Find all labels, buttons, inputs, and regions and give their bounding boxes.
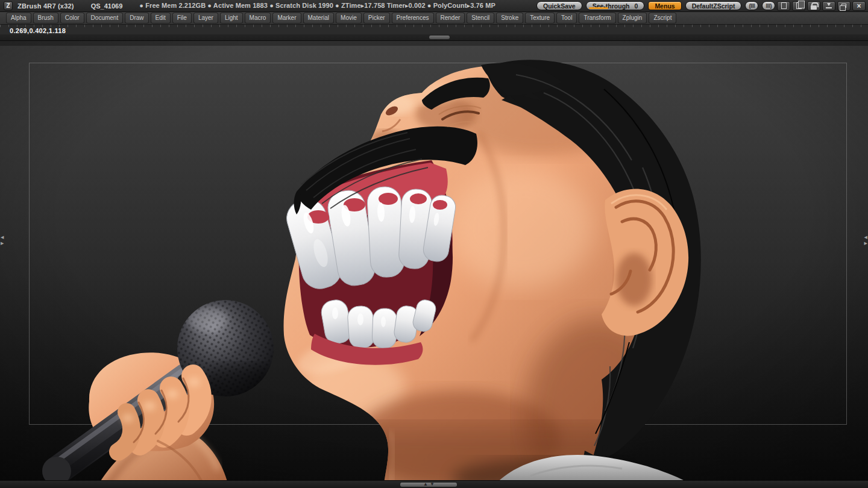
duplicate-document-button[interactable]: [792, 1, 805, 11]
panel-scroll-left-button[interactable]: (‖‖: [745, 1, 758, 10]
panel-scroll-right-button[interactable]: ‖‖): [762, 1, 775, 10]
menu-item-draw[interactable]: Draw: [125, 13, 148, 23]
menu-item-document[interactable]: Document: [86, 13, 124, 23]
minimize-icon: [826, 3, 832, 8]
menu-item-movie[interactable]: Movie: [336, 13, 362, 23]
menu-item-layer[interactable]: Layer: [193, 13, 218, 23]
menu-item-macro[interactable]: Macro: [245, 13, 271, 23]
quicksave-button[interactable]: QuickSave: [536, 1, 582, 10]
scroll-up-icon[interactable]: ▲: [423, 481, 430, 487]
menu-item-stencil[interactable]: Stencil: [467, 13, 494, 23]
menu-item-color[interactable]: Color: [60, 13, 84, 23]
menu-item-preferences[interactable]: Preferences: [392, 13, 434, 23]
top-scrollbar[interactable]: [0, 34, 868, 41]
menu-item-brush[interactable]: Brush: [33, 13, 58, 23]
menubar: Alpha Brush Color Document Draw Edit Fil…: [0, 12, 868, 25]
see-through-progress: [589, 7, 609, 9]
nav-left-icon: ◀: [1, 235, 4, 239]
top-scrollbar-handle[interactable]: [429, 36, 450, 39]
default-zscript-button[interactable]: DefaultZScript: [685, 1, 742, 10]
menu-item-stroke[interactable]: Stroke: [496, 13, 523, 23]
menu-item-alpha[interactable]: Alpha: [6, 13, 31, 23]
menu-item-picker[interactable]: Picker: [363, 13, 390, 23]
menu-item-file[interactable]: File: [172, 13, 192, 23]
menu-item-material[interactable]: Material: [303, 13, 335, 23]
menus-button[interactable]: Menus: [648, 1, 681, 10]
scroll-down-icon[interactable]: ▼: [430, 481, 436, 487]
app-title: ZBrush 4R7 (x32): [17, 2, 74, 10]
menu-item-edit[interactable]: Edit: [151, 13, 171, 23]
lock-icon: [811, 5, 817, 10]
minimize-button[interactable]: [822, 1, 835, 11]
menu-item-marker[interactable]: Marker: [272, 13, 301, 23]
left-tray-toggle[interactable]: ◀ ▶: [1, 235, 4, 245]
see-through-slider[interactable]: See-through 0: [586, 1, 645, 10]
memory-stats: ● Free Mem 2.212GB ● Active Mem 1883 ● S…: [139, 2, 495, 10]
copy-document-button[interactable]: [777, 1, 790, 11]
see-through-value: 0: [635, 2, 638, 10]
menu-item-zplugin[interactable]: Zplugin: [618, 13, 647, 23]
document-icon: [781, 2, 787, 9]
document-name: QS_41069: [91, 2, 123, 10]
sculpt-viewport[interactable]: ◀ ▶ ◀ ▶ ▲▼: [0, 41, 868, 488]
ruler-ticks: [0, 25, 868, 27]
nav-right-icon: ▶: [1, 241, 4, 245]
restore-button[interactable]: [837, 1, 851, 11]
menu-item-transform[interactable]: Transform: [579, 13, 615, 23]
lock-button[interactable]: [807, 1, 820, 11]
sculpt-render: [0, 41, 868, 488]
close-icon: ×: [857, 2, 861, 10]
zbrush-logo-icon[interactable]: Z: [4, 1, 13, 10]
menu-item-tool[interactable]: Tool: [556, 13, 577, 23]
restore-icon: [841, 4, 846, 8]
bottom-scrollbar[interactable]: ▲▼: [0, 480, 868, 488]
zbrush-window: Z ZBrush 4R7 (x32) QS_41069 ● Free Mem 2…: [0, 0, 868, 488]
documents-icon: [796, 2, 802, 9]
nav-left-icon: ◀: [864, 235, 867, 239]
menu-item-light[interactable]: Light: [220, 13, 243, 23]
coordinates-readout: 0.269,0.402,1.118: [10, 27, 66, 34]
nav-right-icon: ▶: [864, 241, 867, 245]
close-button[interactable]: ×: [852, 1, 866, 11]
titlebar: Z ZBrush 4R7 (x32) QS_41069 ● Free Mem 2…: [0, 0, 868, 12]
infobar: 0.269,0.402,1.118: [0, 25, 868, 34]
scroll-arrows[interactable]: ▲▼: [423, 481, 436, 487]
right-tray-toggle[interactable]: ◀ ▶: [864, 235, 867, 245]
menu-item-render[interactable]: Render: [436, 13, 465, 23]
menu-item-texture[interactable]: Texture: [525, 13, 555, 23]
menu-item-zscript[interactable]: Zscript: [649, 13, 676, 23]
